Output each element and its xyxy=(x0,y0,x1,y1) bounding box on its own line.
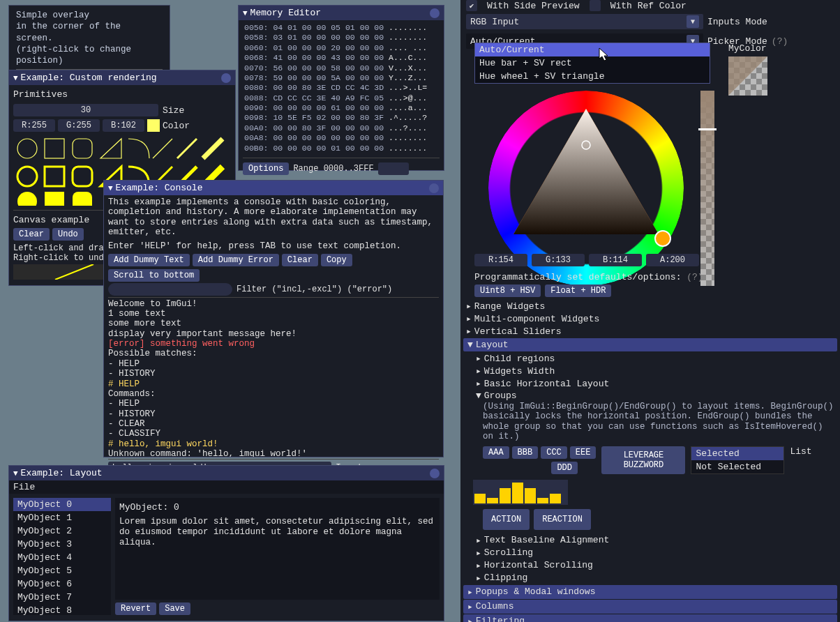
g-value[interactable]: G:133 xyxy=(532,254,585,266)
add-dummy-text-button[interactable]: Add Dummy Text xyxy=(108,254,190,266)
svg-point-12 xyxy=(17,192,37,206)
memory-row[interactable]: 0050: 04 01 00 00 05 01 00 00 ........ xyxy=(244,23,438,33)
dropdown-option-auto[interactable]: Auto/Current xyxy=(475,43,710,56)
memory-row[interactable]: 0078: 59 00 00 00 5A 00 00 00 Y...Z... xyxy=(244,73,438,83)
action-button[interactable]: ACTION xyxy=(483,509,530,530)
ref-color-checkbox[interactable] xyxy=(590,0,601,11)
tree-clipping[interactable]: ▸Clipping xyxy=(473,572,837,584)
memory-row[interactable]: 0088: CD CC CC 3E 40 A9 FC 05 ...>@... xyxy=(244,93,438,103)
console-log[interactable]: Welcome to ImGui!1 some textsome more te… xyxy=(108,299,439,457)
scroll-to-bottom-button[interactable]: Scroll to bottom xyxy=(108,269,200,282)
list-item-not-selected[interactable]: Not Selected xyxy=(691,460,783,473)
list-item-selected[interactable]: Selected xyxy=(691,447,783,460)
mycolor-swatch[interactable] xyxy=(728,56,767,96)
object-list-item[interactable]: MyObject 2 xyxy=(13,524,111,538)
prog-defaults-help[interactable]: (?) xyxy=(687,272,703,282)
collapse-button[interactable] xyxy=(429,183,439,193)
memory-row[interactable]: 0080: 00 00 80 3E CD CC 4C 3D ...>..L= xyxy=(244,83,438,93)
tree-groups[interactable]: ▼Groups xyxy=(473,390,837,402)
tree-text-baseline[interactable]: ▸Text Baseline Alignment xyxy=(473,534,837,547)
hue-cursor[interactable] xyxy=(654,230,671,247)
memory-row[interactable]: 0068: 41 00 00 00 43 00 00 00 A...C... xyxy=(244,53,438,63)
object-list-item[interactable]: MyObject 3 xyxy=(13,538,111,551)
section-columns[interactable]: ▸Columns xyxy=(463,600,837,614)
r-drag[interactable]: R:255 xyxy=(13,119,55,132)
tree-multi-component[interactable]: ▸Multi-component Widgets xyxy=(463,312,837,325)
sv-triangle[interactable] xyxy=(508,105,664,261)
memory-goto-input[interactable] xyxy=(378,162,409,175)
inputs-mode-combo[interactable]: RGB Input ▼ xyxy=(466,14,703,29)
memory-row[interactable]: 0098: 10 5E F5 02 00 00 80 3F .^.....? xyxy=(244,113,438,123)
object-list-item[interactable]: MyObject 1 xyxy=(13,511,111,524)
aaa-button[interactable]: AAA xyxy=(483,446,509,459)
clear-button[interactable]: Clear xyxy=(13,228,50,241)
a-value[interactable]: A:200 xyxy=(646,254,699,266)
section-filtering[interactable]: ▸Filtering xyxy=(463,614,837,623)
options-button[interactable]: Options xyxy=(243,162,289,175)
filter-input[interactable] xyxy=(108,283,232,296)
memory-row[interactable]: 0058: 03 01 00 00 00 00 00 00 ........ xyxy=(244,33,438,43)
eee-button[interactable]: EEE xyxy=(570,446,597,459)
memory-row[interactable]: 0070: 56 00 00 00 58 00 00 00 V...X... xyxy=(244,63,438,73)
size-drag[interactable]: 30 xyxy=(13,104,158,116)
object-list-item[interactable]: MyObject 6 xyxy=(13,577,111,591)
memory-editor-titlebar[interactable]: ▼ Memory Editor xyxy=(239,6,444,20)
custom-rendering-titlebar[interactable]: ▼ Example: Custom rendering xyxy=(9,70,235,85)
picker-mode-dropdown[interactable]: Auto/Current Hue bar + SV rect Hue wheel… xyxy=(474,43,710,84)
ccc-button[interactable]: CCC xyxy=(541,446,567,459)
svg-point-0 xyxy=(17,139,37,158)
tree-child-regions[interactable]: ▸Child regions xyxy=(473,352,837,365)
color-swatch[interactable] xyxy=(147,119,160,132)
memory-row[interactable]: 00B0: 00 00 00 00 01 00 00 00 ........ xyxy=(244,144,438,153)
section-layout[interactable]: ▼Layout xyxy=(463,338,837,351)
console-titlebar[interactable]: ▼ Example: Console xyxy=(104,181,443,195)
object-list-item[interactable]: MyObject 7 xyxy=(13,591,111,604)
tree-basic-horizontal[interactable]: ▸Basic Horizontal Layout xyxy=(473,377,837,390)
leverage-button[interactable]: LEVERAGE BUZZWORD xyxy=(601,446,685,474)
memory-row[interactable]: 0060: 01 00 00 00 20 00 00 00 .... ... xyxy=(244,43,438,53)
layout-example-titlebar[interactable]: ▼ Example: Layout xyxy=(9,466,444,480)
alpha-bar[interactable] xyxy=(700,91,714,286)
r-value[interactable]: R:154 xyxy=(474,254,527,266)
section-popups[interactable]: ▸Popups & Modal windows xyxy=(463,585,837,599)
ddd-button[interactable]: DDD xyxy=(551,462,578,474)
object-list-item[interactable]: MyObject 0 xyxy=(13,498,111,511)
save-button[interactable]: Save xyxy=(159,602,190,615)
object-list-item[interactable]: MyObject 4 xyxy=(13,551,111,564)
object-list-item[interactable]: MyObject 5 xyxy=(13,564,111,577)
collapse-button[interactable] xyxy=(430,8,440,18)
collapse-button[interactable] xyxy=(430,469,440,478)
float-hdr-button[interactable]: Float + HDR xyxy=(545,285,611,297)
console-clear-button[interactable]: Clear xyxy=(282,254,318,266)
menu-file[interactable]: File xyxy=(13,482,35,492)
reaction-button[interactable]: REACTION xyxy=(534,509,591,530)
b-value[interactable]: B:114 xyxy=(589,254,642,266)
console-line: [error] something went wrong xyxy=(108,339,439,349)
tree-vertical-sliders[interactable]: ▸Vertical Sliders xyxy=(463,325,837,337)
bbb-button[interactable]: BBB xyxy=(512,446,539,459)
dropdown-option-huewheel[interactable]: Hue wheel + SV triangle xyxy=(475,70,710,83)
undo-button[interactable]: Undo xyxy=(52,228,84,241)
side-preview-checkbox[interactable]: ✔ xyxy=(466,0,477,11)
memory-row[interactable]: 0090: 00 00 00 00 61 00 00 00 ....a... xyxy=(244,103,438,113)
overlay-line1: Simple overlay xyxy=(16,10,163,21)
add-dummy-error-button[interactable]: Add Dummy Error xyxy=(193,254,279,266)
svg-line-3 xyxy=(153,139,172,158)
object-list-item[interactable]: MyObject 8 xyxy=(13,604,111,615)
dropdown-option-huebar[interactable]: Hue bar + SV rect xyxy=(475,56,710,70)
revert-button[interactable]: Revert xyxy=(115,602,156,615)
tree-range-widgets[interactable]: ▸Range Widgets xyxy=(463,300,837,312)
custom-rendering-title: Example: Custom rendering xyxy=(21,73,157,83)
console-copy-button[interactable]: Copy xyxy=(321,254,352,266)
uint8-hsv-button[interactable]: Uint8 + HSV xyxy=(474,285,541,297)
cursor-icon xyxy=(599,47,611,63)
tree-scrolling[interactable]: ▸Scrolling xyxy=(473,547,837,559)
memory-row[interactable]: 00A8: 00 00 00 00 00 00 00 00 ........ xyxy=(244,133,438,143)
memory-row[interactable]: 00A0: 00 00 80 3F 00 00 00 00 ...?.... xyxy=(244,123,438,133)
tree-widgets-width[interactable]: ▸Widgets Width xyxy=(473,365,837,377)
collapse-button[interactable] xyxy=(221,73,231,83)
object-list[interactable]: MyObject 0MyObject 1MyObject 2MyObject 3… xyxy=(13,498,111,615)
b-drag[interactable]: B:102 xyxy=(103,119,144,132)
g-drag[interactable]: G:255 xyxy=(58,119,100,132)
tree-horizontal-scrolling[interactable]: ▸Horizontal Scrolling xyxy=(473,559,837,572)
